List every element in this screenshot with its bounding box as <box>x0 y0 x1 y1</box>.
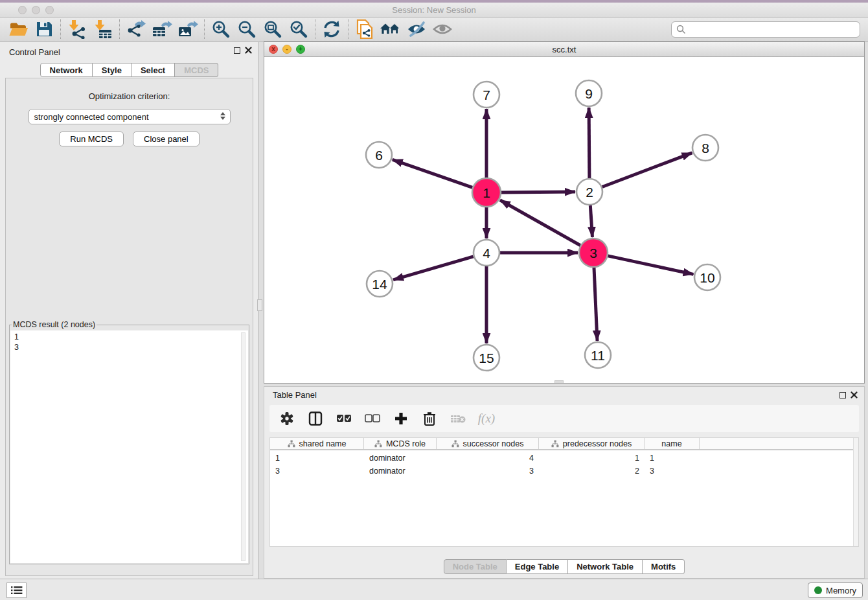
graph-edge-1-2[interactable] <box>501 192 575 192</box>
zoom-fit-icon[interactable] <box>260 18 286 40</box>
graph-node-label: 2 <box>586 185 593 200</box>
cell-successor-nodes[interactable]: 3 <box>437 467 539 476</box>
column-type-icon <box>551 440 559 448</box>
network-canvas[interactable]: 1234678910111415 <box>264 57 864 383</box>
float-panel-icon[interactable] <box>234 47 240 54</box>
graph-edge-2-8[interactable] <box>602 153 692 187</box>
refresh-view-icon[interactable] <box>319 18 345 40</box>
maximize-window-icon[interactable] <box>45 6 54 14</box>
column-header-mcds-role[interactable]: MCDS role <box>364 438 437 449</box>
network-view-window: x - + scc.txt 1234678910111415 <box>264 41 865 384</box>
table-header-row: shared name MCDS role successor nodes pr… <box>270 438 858 450</box>
table-panel: Table Panel f(x) <box>264 386 865 579</box>
column-type-icon <box>374 440 382 448</box>
control-panel-title: Control Panel <box>9 47 60 57</box>
network-minimize-icon[interactable]: - <box>282 45 291 54</box>
criterion-value: strongly connected component <box>34 112 149 122</box>
zoom-out-icon[interactable] <box>234 18 260 40</box>
tab-network[interactable]: Network <box>40 63 93 77</box>
column-header-name[interactable]: name <box>645 438 700 449</box>
tab-node-table[interactable]: Node Table <box>444 559 507 574</box>
float-table-panel-icon[interactable] <box>839 392 846 398</box>
tab-motifs[interactable]: Motifs <box>643 559 685 574</box>
zoom-in-icon[interactable] <box>208 18 234 40</box>
toolbar-separator <box>60 19 61 39</box>
open-session-icon[interactable] <box>5 18 31 40</box>
cell-predecessor-nodes[interactable]: 2 <box>539 467 645 476</box>
mcds-panel-body: Optimization criterion: strongly connect… <box>5 78 253 576</box>
result-scrollbar[interactable] <box>241 332 246 561</box>
cell-shared-name[interactable]: 1 <box>270 454 364 463</box>
cell-shared-name[interactable]: 3 <box>270 467 364 476</box>
network-window-titlebar[interactable]: x - + scc.txt <box>264 42 864 57</box>
graph-edge-3-11[interactable] <box>594 268 597 341</box>
tab-mcds[interactable]: MCDS <box>175 63 218 77</box>
network-maximize-icon[interactable]: + <box>296 45 305 54</box>
chevron-updown-icon <box>220 112 225 120</box>
delete-column-icon[interactable] <box>421 410 438 427</box>
table-row[interactable]: 3 dominator 3 2 3 <box>270 466 858 476</box>
cell-name[interactable]: 1 <box>645 454 700 463</box>
cell-mcds-role[interactable]: dominator <box>364 454 437 463</box>
close-panel-button[interactable]: Close panel <box>133 132 200 146</box>
export-image-icon[interactable] <box>175 18 201 40</box>
zoom-selected-icon[interactable] <box>286 18 312 40</box>
cell-mcds-role[interactable]: dominator <box>364 467 437 476</box>
import-network-icon[interactable] <box>64 18 90 40</box>
search-field[interactable] <box>671 21 860 38</box>
window-controls[interactable] <box>18 6 54 14</box>
select-all-columns-icon[interactable] <box>336 410 352 427</box>
minimize-window-icon[interactable] <box>32 6 40 14</box>
graph-node-label: 15 <box>479 351 494 365</box>
mcds-result-text[interactable]: 1 3 <box>10 330 248 563</box>
table-row[interactable]: 1 dominator 4 1 1 <box>270 453 858 463</box>
tab-edge-table[interactable]: Edge Table <box>507 559 568 574</box>
tab-select[interactable]: Select <box>131 63 175 77</box>
memory-button[interactable]: Memory <box>808 583 863 598</box>
criterion-dropdown[interactable]: strongly connected component <box>29 109 231 124</box>
close-window-icon[interactable] <box>18 6 27 14</box>
toolbar-separator <box>348 19 348 39</box>
graph-node-label: 6 <box>375 148 383 163</box>
table-footer-tabs: Node Table Edge Table Network Table Moti… <box>264 559 864 574</box>
import-table-icon[interactable] <box>90 18 116 40</box>
optimization-criterion-label: Optimization criterion: <box>6 91 253 101</box>
run-mcds-button[interactable]: Run MCDS <box>59 132 124 146</box>
export-network-icon[interactable] <box>123 18 149 40</box>
graph-edge-2-9[interactable] <box>589 108 589 178</box>
graph-edge-2-3[interactable] <box>590 205 592 237</box>
cell-predecessor-nodes[interactable]: 1 <box>539 454 645 463</box>
memory-status-icon <box>814 586 822 594</box>
column-header-predecessor-nodes[interactable]: predecessor nodes <box>539 438 645 449</box>
show-graphics-eye-icon[interactable] <box>429 18 455 40</box>
cell-name[interactable]: 3 <box>645 467 700 476</box>
hide-panels-eye-icon[interactable] <box>404 18 429 40</box>
graph-edge-4-14[interactable] <box>393 257 474 280</box>
close-panel-icon[interactable] <box>245 47 252 54</box>
copy-network-icon[interactable] <box>352 18 378 40</box>
settings-gear-icon[interactable] <box>279 410 295 427</box>
column-header-successor-nodes[interactable]: successor nodes <box>437 438 539 449</box>
graph-edge-3-1[interactable] <box>500 200 580 246</box>
tab-style[interactable]: Style <box>93 63 131 77</box>
home-views-icon[interactable] <box>378 18 404 40</box>
deselect-all-columns-icon[interactable] <box>364 410 381 427</box>
task-history-button[interactable] <box>6 583 27 598</box>
save-session-icon[interactable] <box>31 18 57 40</box>
vertical-splitter-handle[interactable] <box>257 299 262 311</box>
search-input[interactable] <box>689 25 855 34</box>
close-table-panel-icon[interactable] <box>851 391 858 398</box>
graph-node-label: 7 <box>483 87 490 102</box>
graph-edge-1-6[interactable] <box>393 159 473 187</box>
horizontal-splitter-handle[interactable] <box>554 380 564 383</box>
graph-node-label: 3 <box>589 246 597 260</box>
graph-edge-3-10[interactable] <box>608 256 694 275</box>
add-column-icon[interactable] <box>393 410 409 427</box>
cell-successor-nodes[interactable]: 4 <box>437 454 539 463</box>
tab-network-table[interactable]: Network Table <box>568 559 643 574</box>
show-columns-icon[interactable] <box>307 410 324 427</box>
table-scrollbar[interactable] <box>853 438 858 546</box>
column-header-shared-name[interactable]: shared name <box>270 438 364 449</box>
export-table-icon[interactable] <box>149 18 175 40</box>
network-close-icon[interactable]: x <box>269 45 278 54</box>
